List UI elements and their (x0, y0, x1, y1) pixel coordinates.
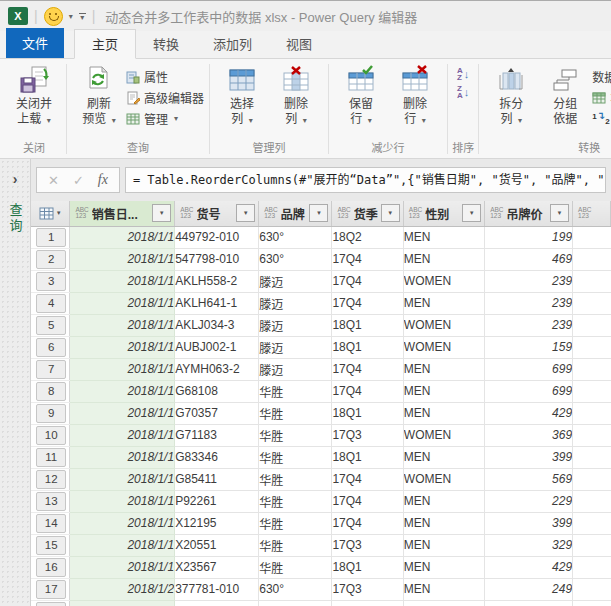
formula-input[interactable]: = Table.ReorderColumns(#"展开的“Data”",{"销售… (125, 167, 606, 193)
cell[interactable]: 华胜 (259, 512, 332, 534)
cell[interactable]: 2018/1/1 (70, 314, 175, 336)
select-all-corner[interactable]: ▼ (31, 201, 70, 226)
tab-add-column[interactable]: 添加列 (196, 30, 269, 58)
column-header-partial[interactable]: ABC123 (573, 201, 611, 226)
cell[interactable]: G83346 (175, 446, 259, 468)
fx-icon[interactable]: fx (98, 172, 108, 188)
sort-ascending-button[interactable]: AZ ↓ (457, 67, 469, 81)
advanced-editor-button[interactable]: 高级编辑器 (126, 87, 204, 108)
column-header[interactable]: ABC123销售日...▼ (70, 201, 175, 226)
row-number[interactable]: 10 (31, 424, 70, 446)
cell[interactable]: MEN (403, 578, 484, 600)
cell[interactable]: AKLJ034-3 (175, 314, 259, 336)
row-number[interactable]: 3 (31, 270, 70, 292)
split-column-button[interactable]: 拆分 列 ▾ (484, 63, 538, 130)
cell[interactable]: P92261 (175, 490, 259, 512)
row-number[interactable]: 7 (31, 358, 70, 380)
feedback-smiley-icon[interactable] (44, 7, 63, 26)
remove-rows-button[interactable]: 删除 行 ▾ (388, 63, 442, 130)
filter-dropdown-button[interactable]: ▼ (236, 204, 255, 222)
cell[interactable]: 2018/1/1 (70, 556, 175, 578)
cell[interactable]: 18Q2 (332, 226, 403, 248)
row-number[interactable]: 13 (31, 490, 70, 512)
cell[interactable]: 239 (485, 270, 573, 292)
cell[interactable]: 2018/1/1 (70, 336, 175, 358)
use-first-row-button[interactable]: 将第一行用作标 (592, 87, 611, 108)
cell[interactable]: 249 (485, 578, 573, 600)
cell[interactable]: X23567 (175, 556, 259, 578)
row-number[interactable]: 17 (31, 578, 70, 600)
smiley-dropdown-icon[interactable]: ▾ (69, 12, 73, 21)
cell[interactable]: WOMEN (403, 270, 484, 292)
cell[interactable]: 630° (259, 226, 332, 248)
cell[interactable]: 2018/1/1 (70, 512, 175, 534)
cell[interactable]: 17Q4 (332, 490, 403, 512)
cell[interactable]: 399 (485, 446, 573, 468)
cell[interactable]: 华胜 (259, 402, 332, 424)
cell[interactable]: 17Q3 (332, 534, 403, 556)
column-header[interactable]: ABC123货季▼ (332, 201, 403, 226)
cell[interactable]: 2018/1/1 (70, 402, 175, 424)
column-header[interactable]: ABC123货号▼ (175, 201, 259, 226)
filter-dropdown-button[interactable]: ▼ (550, 204, 569, 222)
row-number[interactable]: 1 (31, 226, 70, 248)
cell[interactable]: 2018/1/1 (70, 490, 175, 512)
cell[interactable]: WOMEN (403, 424, 484, 446)
properties-button[interactable]: 属性 (126, 66, 204, 87)
cell[interactable]: 2018/1/1 (70, 446, 175, 468)
cell[interactable]: 18Q1 (332, 314, 403, 336)
cell[interactable]: 2018/1/1 (70, 380, 175, 402)
cell[interactable]: 569 (485, 468, 573, 490)
cell[interactable]: 滕迈 (259, 292, 332, 314)
cell[interactable]: 17Q4 (332, 248, 403, 270)
row-number[interactable]: 4 (31, 292, 70, 314)
cell[interactable]: 华胜 (259, 490, 332, 512)
cell[interactable]: G68108 (175, 380, 259, 402)
cell[interactable]: MEN (403, 402, 484, 424)
cell[interactable]: 2018/1/1 (70, 292, 175, 314)
sort-descending-button[interactable]: ZA ↓ (457, 85, 469, 99)
cell[interactable]: 滕迈 (259, 336, 332, 358)
cell[interactable]: 630° (259, 600, 332, 606)
manage-button[interactable]: 管理 ▾ (126, 108, 204, 129)
cell[interactable]: 369 (485, 424, 573, 446)
row-number[interactable]: 9 (31, 402, 70, 424)
cell[interactable]: 199 (485, 226, 573, 248)
customize-toolbar-icon[interactable]: ▾ (79, 13, 86, 20)
cell[interactable]: 华胜 (259, 380, 332, 402)
cell[interactable]: 17Q4 (332, 292, 403, 314)
keep-rows-button[interactable]: 保留 行 ▾ (334, 63, 388, 130)
filter-dropdown-button[interactable]: ▼ (152, 204, 171, 222)
cell[interactable]: G71183 (175, 424, 259, 446)
cell[interactable]: 699 (485, 380, 573, 402)
cell[interactable]: 华胜 (259, 534, 332, 556)
cell[interactable]: 630° (259, 248, 332, 270)
filter-dropdown-button[interactable]: ▼ (309, 204, 328, 222)
cell[interactable]: WOMEN (403, 468, 484, 490)
cell[interactable]: AKLH558-2 (175, 270, 259, 292)
cell[interactable]: MEN (403, 380, 484, 402)
refresh-preview-button[interactable]: 刷新 预览 ▾ (72, 63, 126, 130)
cell[interactable]: 469 (485, 248, 573, 270)
column-header[interactable]: ABC123品牌▼ (259, 201, 332, 226)
cell[interactable]: X20551 (175, 534, 259, 556)
cell[interactable]: 2018/1/1 (70, 358, 175, 380)
queries-pane-label[interactable]: 查询 (6, 203, 25, 235)
cell[interactable]: 17Q3 (332, 578, 403, 600)
cell[interactable]: 17Q4 (332, 600, 403, 606)
cell[interactable]: 17Q4 (332, 468, 403, 490)
cell[interactable]: 2018/1/1 (70, 534, 175, 556)
column-header[interactable]: ABC123吊牌价▼ (485, 201, 573, 226)
cell[interactable]: 2018/1/1 (70, 270, 175, 292)
cell[interactable]: 329 (485, 534, 573, 556)
commit-formula-icon[interactable]: ✓ (73, 173, 84, 188)
cell[interactable]: 2018/1/1 (70, 226, 175, 248)
cell[interactable]: MEN (403, 292, 484, 314)
remove-columns-button[interactable]: 删除 列 ▾ (269, 63, 323, 130)
cell[interactable]: MEN (403, 490, 484, 512)
group-by-button[interactable]: 分组 依据 (538, 63, 592, 129)
cell[interactable]: 630° (259, 578, 332, 600)
cell[interactable]: 17Q4 (332, 358, 403, 380)
row-number[interactable]: 6 (31, 336, 70, 358)
cell[interactable]: 399 (485, 512, 573, 534)
